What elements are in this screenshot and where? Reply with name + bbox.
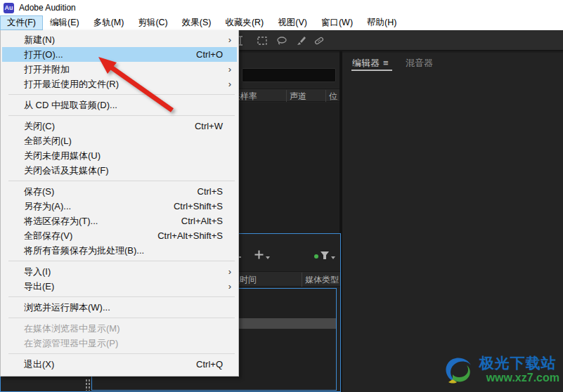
filter-icon[interactable]	[314, 251, 335, 260]
menu-separator	[1, 258, 238, 264]
splitter-grip-handle[interactable]	[85, 379, 91, 391]
menu-item-reveal-in-media-browser[interactable]: 在媒体浏览器中显示(M)	[2, 321, 237, 336]
menu-item-close-all[interactable]: 全部关闭(L)	[2, 133, 237, 148]
menu-separator	[1, 178, 238, 184]
menu-item-new[interactable]: 新建(N)	[2, 32, 237, 47]
file-dropdown-menu: 新建(N) 打开(O)...Ctrl+O 打开并附加 打开最近使用的文件(R) …	[0, 30, 239, 377]
menu-item-open-recent[interactable]: 打开最近使用的文件(R)	[2, 77, 237, 91]
menu-item-exit[interactable]: 退出(X)Ctrl+Q	[2, 357, 237, 372]
menubar-item-effects[interactable]: 效果(S)	[175, 15, 219, 30]
files-search-input[interactable]	[242, 68, 336, 82]
menubar-item-help[interactable]: 帮助(H)	[360, 15, 403, 30]
menu-item-reveal-in-explorer[interactable]: 在资源管理器中显示(P)	[2, 336, 237, 351]
healing-brush-icon[interactable]	[311, 33, 327, 48]
menu-bar: 文件(F) 编辑(E) 多轨(M) 剪辑(C) 效果(S) 收藏夹(R) 视图(…	[0, 15, 563, 30]
menu-item-save-all[interactable]: 全部保存(V)Ctrl+Alt+Shift+S	[2, 228, 237, 243]
title-bar: Au Adobe Audition	[0, 0, 563, 15]
marquee-selection-icon[interactable]	[254, 33, 270, 48]
menu-item-save[interactable]: 保存(S)Ctrl+S	[2, 184, 237, 199]
menu-item-export[interactable]: 导出(E)	[2, 279, 237, 294]
column-divider	[302, 273, 302, 287]
menu-separator	[1, 91, 238, 98]
submenu-arrow-icon	[223, 64, 237, 74]
menubar-item-edit[interactable]: 编辑(E)	[43, 15, 86, 30]
column-divider	[325, 90, 326, 102]
submenu-arrow-icon	[223, 266, 237, 277]
audition-app-icon: Au	[4, 3, 14, 13]
app-window: Au Adobe Audition 文件(F) 编辑(E) 多轨(M) 剪辑(C…	[0, 0, 563, 392]
menu-item-close-session-and-media[interactable]: 关闭会话及其媒体(F)	[2, 163, 237, 178]
submenu-arrow-icon	[223, 281, 237, 292]
column-header-bit-depth[interactable]: 位	[329, 91, 337, 103]
menubar-item-file[interactable]: 文件(F)	[0, 15, 43, 30]
panel-menu-icon[interactable]: ≡	[383, 58, 389, 68]
column-header-media-type[interactable]: 媒体类型	[305, 274, 339, 286]
menu-separator	[1, 294, 238, 300]
chevron-down-icon	[331, 256, 335, 259]
menu-item-save-as[interactable]: 另存为(A)...Ctrl+Shift+S	[2, 199, 237, 214]
menu-item-open-append[interactable]: 打开并附加	[2, 62, 237, 77]
tab-editor[interactable]: 编辑器	[352, 57, 380, 70]
column-header-channels[interactable]: 声道	[290, 91, 306, 103]
menu-item-open[interactable]: 打开(O)...Ctrl+O	[2, 47, 237, 62]
menubar-item-view[interactable]: 视图(V)	[271, 15, 314, 30]
menu-item-import[interactable]: 导入(I)	[2, 264, 237, 279]
menu-separator	[1, 315, 238, 321]
menu-separator	[1, 351, 238, 357]
chevron-down-icon	[266, 256, 270, 259]
tab-mixer[interactable]: 混音器	[406, 57, 433, 70]
menu-item-extract-audio-from-cd[interactable]: 从 CD 中提取音频(D)...	[2, 98, 237, 112]
lasso-selection-icon[interactable]	[274, 33, 290, 48]
submenu-arrow-icon	[223, 34, 237, 45]
window-title: Adobe Audition	[19, 3, 76, 13]
menu-item-browse-and-run-script[interactable]: 浏览并运行脚本(W)...	[2, 300, 237, 315]
filter-active-dot	[314, 254, 318, 259]
active-tab-underline	[351, 70, 392, 71]
watermark-logo-icon	[440, 351, 477, 388]
watermark: 极光下载站 www.xz7.com	[440, 351, 559, 388]
menu-item-close-unused-media[interactable]: 关闭未使用媒体(U)	[2, 148, 237, 163]
menu-item-save-selection-as[interactable]: 将选区保存为(T)...Ctrl+Alt+S	[2, 214, 237, 228]
add-icon[interactable]	[254, 249, 270, 260]
menu-separator	[1, 112, 238, 119]
menubar-item-multitrack[interactable]: 多轨(M)	[86, 15, 131, 30]
menubar-item-clip[interactable]: 剪辑(C)	[131, 15, 174, 30]
column-divider	[286, 90, 287, 102]
menu-item-save-all-audio-as-batch[interactable]: 将所有音频保存为批处理(B)...	[2, 243, 237, 258]
editor-panel: 编辑器 ≡ 混音器	[342, 53, 563, 392]
submenu-arrow-icon	[223, 79, 237, 89]
watermark-site-name: 极光下载站	[479, 355, 559, 372]
paintbrush-icon[interactable]	[293, 33, 309, 48]
menu-item-close[interactable]: 关闭(C)Ctrl+W	[2, 119, 237, 133]
menubar-item-favorites[interactable]: 收藏夹(R)	[218, 15, 271, 30]
watermark-site-url: www.xz7.com	[479, 372, 559, 384]
menubar-item-window[interactable]: 窗口(W)	[314, 15, 360, 30]
